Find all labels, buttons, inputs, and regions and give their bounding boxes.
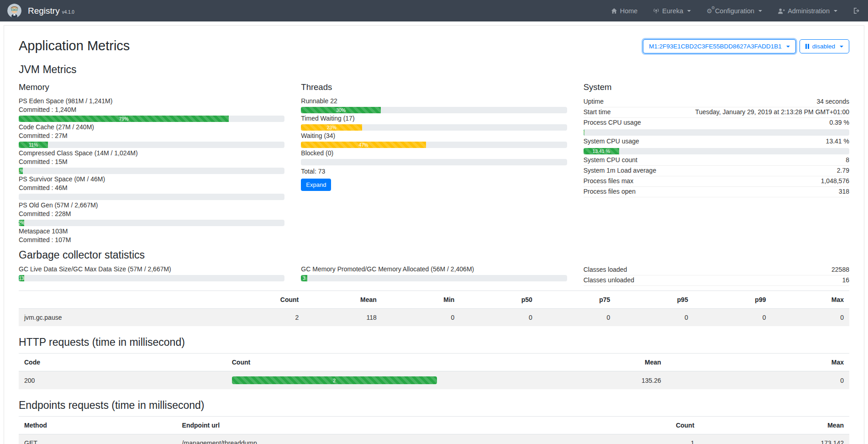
nav-signout[interactable] (853, 7, 860, 14)
classes-value: 22588 (831, 265, 849, 274)
progress-bar: 3 (301, 275, 567, 281)
memory-column: Memory PS Eden Space (981M / 1,241M) Com… (19, 76, 284, 244)
brand-title: Registry (28, 6, 60, 16)
system-value: 318 (839, 187, 849, 196)
chevron-down-icon (834, 10, 837, 12)
brand-link[interactable]: Registry v4.1.0 (28, 6, 74, 16)
metric-name: Timed Waiting (17) (301, 114, 567, 123)
http-table: Code Count Mean Max 200 2 135.26 0 (19, 353, 849, 389)
endpoints-requests-title: Endpoints requests (time in millisecond) (19, 399, 849, 412)
progress-bar: 2% (19, 220, 284, 226)
content-card: Application Metrics M1:2F93E1CBD2C3FE55B… (4, 25, 864, 444)
column-header: Min (382, 291, 460, 309)
metric-name: GC Memory Promoted/GC Memory Allocated (… (301, 265, 567, 274)
memory-metric: PS Old Gen (57M / 2,667M) Committed : 22… (19, 201, 284, 226)
classes-label: Classes unloaded (584, 276, 634, 285)
progress-bar: 47% (301, 142, 567, 148)
memory-metric: PS Survivor Space (0M / 46M) Committed :… (19, 175, 284, 200)
chevron-down-icon (758, 10, 762, 12)
column-header: Max (771, 291, 849, 309)
metric-name: Waiting (34) (301, 132, 567, 140)
metric-name: PS Old Gen (57M / 2,667M) (19, 201, 284, 210)
chevron-down-icon (840, 46, 843, 48)
system-column: System Uptime 34 seconds Start time Tues… (584, 76, 849, 244)
cell-url: /management/threaddump (177, 434, 534, 444)
cell-min: 0 (382, 309, 460, 327)
nav-configuration-label: Configuration (715, 7, 754, 15)
nav-home[interactable]: Home (611, 7, 638, 15)
cell-max: 0 (667, 371, 849, 390)
progress-bar: 0.39 % (584, 129, 849, 136)
system-label: Process CPU usage (584, 118, 641, 127)
user-plus-icon (778, 8, 785, 14)
system-value: 13.41 % (826, 137, 849, 146)
gc-promoted-metric: GC Memory Promoted/GC Memory Allocated (… (301, 265, 567, 286)
progress-bar (301, 159, 567, 165)
metric-committed: Committed : 27M (19, 132, 284, 140)
cell-mean: 118 (304, 309, 382, 327)
cell-count-bar: 2 (226, 371, 442, 390)
metric-name: Compressed Class Space (14M / 1,024M) (19, 149, 284, 158)
thread-metric: Blocked (0) (301, 149, 567, 165)
nav-eureka-label: Eureka (662, 7, 683, 15)
column-header: Endpoint url (177, 417, 534, 434)
system-value: 8 (846, 156, 849, 164)
column-header: Mean (304, 291, 382, 309)
column-header: p99 (694, 291, 772, 309)
metric-committed: Committed : 107M (19, 236, 284, 244)
system-label: Process files open (584, 187, 636, 196)
brand-version: v4.1.0 (62, 10, 74, 15)
column-header: Max (667, 354, 849, 371)
jhipster-logo-icon[interactable] (7, 4, 21, 18)
column-header (19, 291, 226, 309)
column-header: p50 (460, 291, 538, 309)
nav-administration[interactable]: Administration (778, 7, 837, 15)
table-row: 200 2 135.26 0 (19, 371, 849, 390)
instance-selector-label: M1:2F93E1CBD2C3FE55BDD8627A3FADD1B1 (649, 43, 781, 50)
table-header-row: Count Mean Min p50 p75 p95 p99 Max (19, 291, 849, 309)
progress-bar: 79% (19, 116, 284, 122)
navbar: Registry v4.1.0 Home Eureka ⚙⚙ Configura… (0, 0, 868, 21)
column-header: Method (19, 417, 177, 434)
metric-name: Runnable 22 (301, 97, 567, 106)
system-row: Process CPU usage 0.39 % (584, 118, 849, 128)
classes-unloaded-row: Classes unloaded 16 (584, 275, 849, 286)
nav-configuration[interactable]: ⚙⚙ Configuration (706, 7, 762, 15)
metric-committed: Committed : 15M (19, 158, 284, 166)
gc-classes-column: Classes loaded 22588 Classes unloaded 16 (584, 265, 849, 286)
table-row: GET /management/threaddump 1 173.142 (19, 434, 849, 444)
instance-selector-dropdown[interactable]: M1:2F93E1CBD2C3FE55BDD8627A3FADD1B1 (643, 39, 795, 53)
metric-name: PS Eden Space (981M / 1,241M) (19, 97, 284, 106)
table-header-row: Method Endpoint url Count Mean (19, 417, 849, 434)
classes-value: 16 (842, 276, 849, 285)
cell-count: 1 (534, 434, 700, 444)
nav-administration-label: Administration (788, 7, 830, 15)
system-row: System 1m Load average 2.79 (584, 166, 849, 176)
broadcast-icon (653, 7, 659, 14)
pause-icon (805, 44, 809, 49)
progress-bar: 13.41 % (584, 148, 849, 154)
system-label: System 1m Load average (584, 166, 657, 175)
system-label: Uptime (584, 97, 604, 106)
metric-committed: Committed : 1,240M (19, 106, 284, 114)
progress-bar: 2 (232, 376, 437, 384)
refresh-toggle-dropdown[interactable]: disabled (800, 39, 849, 53)
system-value: 1,048,576 (821, 177, 849, 185)
system-row: Start time Tuesday, January 29, 2019 at … (584, 107, 849, 118)
memory-metric: Metaspace 103M Committed : 107M (19, 227, 284, 244)
column-header: Count (226, 291, 305, 309)
column-header: Mean (442, 354, 667, 371)
nav-home-label: Home (620, 7, 638, 15)
nav-eureka[interactable]: Eureka (653, 7, 691, 15)
system-row: System CPU count 8 (584, 155, 849, 166)
threads-column: Threads Runnable 22 30% Timed Waiting (1… (301, 76, 567, 244)
jvm-metrics-title: JVM Metrics (19, 63, 849, 76)
cell-mean: 135.26 (442, 371, 667, 390)
gc-title: Garbage collector statistics (19, 249, 849, 261)
system-value: 34 seconds (816, 97, 849, 106)
metric-name: Code Cache (27M / 240M) (19, 123, 284, 132)
metric-name: Blocked (0) (301, 149, 567, 158)
system-row: Process files max 1,048,576 (584, 176, 849, 187)
metric-name: GC Live Data Size/GC Max Data Size (57M … (19, 265, 284, 274)
expand-button[interactable]: Expand (301, 179, 331, 191)
